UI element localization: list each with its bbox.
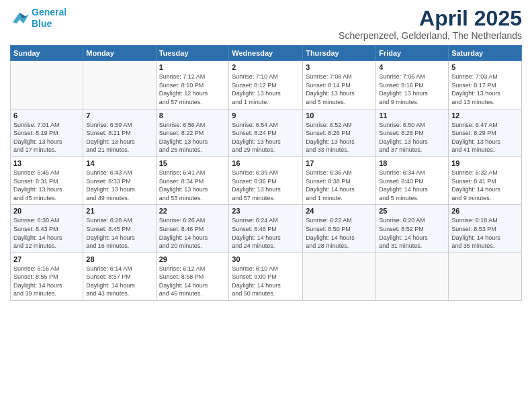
day-info: Sunrise: 6:43 AM Sunset: 8:33 PM Dayligh…: [86, 169, 152, 202]
table-row: 8Sunrise: 6:56 AM Sunset: 8:22 PM Daylig…: [156, 109, 229, 156]
table-row: [449, 253, 522, 300]
day-number: 27: [13, 255, 80, 263]
table-row: 26Sunrise: 6:18 AM Sunset: 8:53 PM Dayli…: [449, 205, 522, 253]
col-friday: Friday: [376, 46, 449, 61]
table-row: 21Sunrise: 6:28 AM Sunset: 8:45 PM Dayli…: [83, 205, 156, 253]
day-info: Sunrise: 6:28 AM Sunset: 8:45 PM Dayligh…: [86, 216, 152, 250]
calendar-header-row: Sunday Monday Tuesday Wednesday Thursday…: [11, 46, 522, 61]
day-number: 12: [451, 111, 519, 120]
day-number: 7: [86, 111, 152, 120]
day-info: Sunrise: 6:14 AM Sunset: 8:57 PM Dayligh…: [86, 265, 152, 298]
table-row: [376, 253, 449, 300]
day-info: Sunrise: 6:16 AM Sunset: 8:55 PM Dayligh…: [13, 265, 80, 298]
table-row: 15Sunrise: 6:41 AM Sunset: 8:34 PM Dayli…: [156, 156, 229, 204]
day-number: 8: [159, 111, 226, 120]
logo-general: General: [32, 7, 66, 17]
table-row: [11, 61, 83, 109]
table-row: 4Sunrise: 7:06 AM Sunset: 8:16 PM Daylig…: [376, 61, 449, 109]
day-info: Sunrise: 6:32 AM Sunset: 8:41 PM Dayligh…: [451, 169, 519, 202]
calendar-week-row: 1Sunrise: 7:12 AM Sunset: 8:10 PM Daylig…: [11, 61, 522, 109]
header: General Blue April 2025 Scherpenzeel, Ge…: [10, 7, 522, 41]
calendar-week-row: 20Sunrise: 6:30 AM Sunset: 8:43 PM Dayli…: [11, 205, 522, 253]
day-number: 16: [232, 159, 300, 167]
day-info: Sunrise: 6:54 AM Sunset: 8:24 PM Dayligh…: [232, 121, 300, 154]
day-number: 30: [232, 255, 300, 263]
table-row: 14Sunrise: 6:43 AM Sunset: 8:33 PM Dayli…: [83, 156, 156, 204]
day-info: Sunrise: 6:50 AM Sunset: 8:28 PM Dayligh…: [379, 121, 445, 154]
day-number: 17: [306, 159, 373, 167]
col-tuesday: Tuesday: [156, 46, 229, 61]
logo-blue: Blue: [32, 18, 52, 29]
table-row: 18Sunrise: 6:34 AM Sunset: 8:40 PM Dayli…: [376, 156, 449, 204]
table-row: 5Sunrise: 7:03 AM Sunset: 8:17 PM Daylig…: [449, 61, 522, 109]
table-row: 19Sunrise: 6:32 AM Sunset: 8:41 PM Dayli…: [449, 156, 522, 204]
day-number: 13: [13, 159, 80, 167]
table-row: 9Sunrise: 6:54 AM Sunset: 8:24 PM Daylig…: [229, 109, 303, 156]
day-info: Sunrise: 6:24 AM Sunset: 8:48 PM Dayligh…: [232, 216, 300, 250]
table-row: 29Sunrise: 6:12 AM Sunset: 8:58 PM Dayli…: [156, 253, 229, 300]
table-row: 24Sunrise: 6:22 AM Sunset: 8:50 PM Dayli…: [303, 205, 376, 253]
table-row: 10Sunrise: 6:52 AM Sunset: 8:26 PM Dayli…: [303, 109, 376, 156]
day-number: 21: [86, 207, 152, 215]
logo-icon: [10, 10, 29, 26]
logo-text: General Blue: [32, 7, 66, 30]
day-number: 10: [306, 111, 373, 120]
day-info: Sunrise: 6:30 AM Sunset: 8:43 PM Dayligh…: [13, 216, 80, 250]
table-row: [303, 253, 376, 300]
calendar-table: Sunday Monday Tuesday Wednesday Thursday…: [10, 45, 522, 301]
page: General Blue April 2025 Scherpenzeel, Ge…: [0, 0, 532, 411]
day-info: Sunrise: 7:03 AM Sunset: 8:17 PM Dayligh…: [451, 73, 519, 106]
day-number: 1: [159, 63, 226, 71]
day-info: Sunrise: 6:34 AM Sunset: 8:40 PM Dayligh…: [379, 169, 445, 202]
table-row: 12Sunrise: 6:47 AM Sunset: 8:29 PM Dayli…: [449, 109, 522, 156]
day-info: Sunrise: 6:12 AM Sunset: 8:58 PM Dayligh…: [159, 265, 226, 298]
day-number: 25: [379, 207, 445, 215]
day-info: Sunrise: 7:10 AM Sunset: 8:12 PM Dayligh…: [232, 73, 300, 106]
day-info: Sunrise: 6:10 AM Sunset: 9:00 PM Dayligh…: [232, 265, 300, 298]
day-number: 23: [232, 207, 300, 215]
day-number: 9: [232, 111, 300, 120]
table-row: 7Sunrise: 6:59 AM Sunset: 8:21 PM Daylig…: [83, 109, 156, 156]
day-number: 24: [306, 207, 373, 215]
day-number: 20: [13, 207, 80, 215]
table-row: 1Sunrise: 7:12 AM Sunset: 8:10 PM Daylig…: [156, 61, 229, 109]
table-row: 3Sunrise: 7:08 AM Sunset: 8:14 PM Daylig…: [303, 61, 376, 109]
day-number: 29: [159, 255, 226, 263]
day-info: Sunrise: 6:45 AM Sunset: 8:31 PM Dayligh…: [13, 169, 80, 202]
calendar-week-row: 13Sunrise: 6:45 AM Sunset: 8:31 PM Dayli…: [11, 156, 522, 204]
day-info: Sunrise: 7:01 AM Sunset: 8:19 PM Dayligh…: [13, 121, 80, 154]
calendar-week-row: 6Sunrise: 7:01 AM Sunset: 8:19 PM Daylig…: [11, 109, 522, 156]
day-number: 11: [379, 111, 445, 120]
table-row: 22Sunrise: 6:26 AM Sunset: 8:46 PM Dayli…: [156, 205, 229, 253]
day-info: Sunrise: 6:36 AM Sunset: 8:38 PM Dayligh…: [306, 169, 373, 202]
day-number: 6: [13, 111, 80, 120]
table-row: 27Sunrise: 6:16 AM Sunset: 8:55 PM Dayli…: [11, 253, 83, 300]
day-number: 15: [159, 159, 226, 167]
day-info: Sunrise: 6:20 AM Sunset: 8:52 PM Dayligh…: [379, 216, 445, 250]
day-number: 2: [232, 63, 300, 71]
day-info: Sunrise: 6:26 AM Sunset: 8:46 PM Dayligh…: [159, 216, 226, 250]
day-number: 22: [159, 207, 226, 215]
day-info: Sunrise: 6:22 AM Sunset: 8:50 PM Dayligh…: [306, 216, 373, 250]
col-saturday: Saturday: [449, 46, 522, 61]
table-row: 30Sunrise: 6:10 AM Sunset: 9:00 PM Dayli…: [229, 253, 303, 300]
col-wednesday: Wednesday: [229, 46, 303, 61]
day-number: 28: [86, 255, 152, 263]
table-row: 17Sunrise: 6:36 AM Sunset: 8:38 PM Dayli…: [303, 156, 376, 204]
day-number: 4: [379, 63, 445, 71]
day-info: Sunrise: 6:47 AM Sunset: 8:29 PM Dayligh…: [451, 121, 519, 154]
col-monday: Monday: [83, 46, 156, 61]
day-info: Sunrise: 6:18 AM Sunset: 8:53 PM Dayligh…: [451, 216, 519, 250]
day-info: Sunrise: 7:12 AM Sunset: 8:10 PM Dayligh…: [159, 73, 226, 106]
table-row: 11Sunrise: 6:50 AM Sunset: 8:28 PM Dayli…: [376, 109, 449, 156]
day-info: Sunrise: 6:59 AM Sunset: 8:21 PM Dayligh…: [86, 121, 152, 154]
day-number: 18: [379, 159, 445, 167]
table-row: 16Sunrise: 6:39 AM Sunset: 8:36 PM Dayli…: [229, 156, 303, 204]
day-info: Sunrise: 7:06 AM Sunset: 8:16 PM Dayligh…: [379, 73, 445, 106]
day-number: 19: [451, 159, 519, 167]
logo: General Blue: [10, 7, 66, 30]
title-section: April 2025 Scherpenzeel, Gelderland, The…: [339, 7, 522, 41]
location-subtitle: Scherpenzeel, Gelderland, The Netherland…: [339, 30, 522, 41]
day-number: 5: [451, 63, 519, 71]
day-info: Sunrise: 6:52 AM Sunset: 8:26 PM Dayligh…: [306, 121, 373, 154]
